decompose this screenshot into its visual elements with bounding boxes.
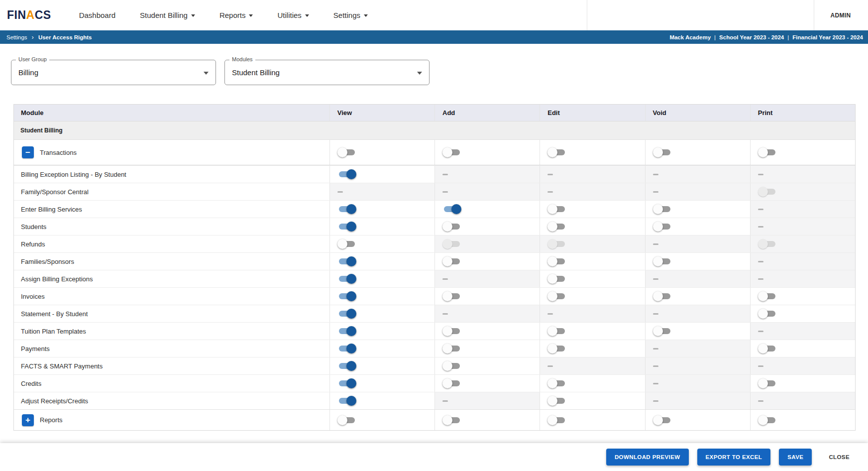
toggle-view-facts-smart-payments[interactable] xyxy=(337,361,356,371)
admin-user-menu[interactable]: ADMIN xyxy=(814,12,868,19)
logo-accent-letter: A xyxy=(26,8,35,21)
toggle-add-tuition-plan-templates[interactable] xyxy=(442,326,461,337)
toggle-view-adjust-receipts-credits[interactable] xyxy=(337,396,356,406)
cell-add xyxy=(434,340,540,357)
topbar-divider xyxy=(587,0,587,30)
toggle-view-billing-exception-listing-by-student[interactable] xyxy=(337,169,356,180)
disabled-dash xyxy=(758,261,763,262)
cell-add xyxy=(434,375,540,392)
toggle-print-reports[interactable] xyxy=(758,415,777,425)
disabled-dash xyxy=(442,174,448,175)
toggle-view-tuition-plan-templates[interactable] xyxy=(337,326,356,337)
toggle-add-transactions[interactable] xyxy=(442,147,461,158)
cell-view xyxy=(329,253,434,270)
breadcrumb-separator-icon: › xyxy=(32,33,34,41)
toggle-edit-tuition-plan-templates[interactable] xyxy=(547,326,566,337)
toggle-view-reports[interactable] xyxy=(337,415,356,425)
nav-item-settings[interactable]: Settings xyxy=(333,11,368,19)
cell-print xyxy=(750,340,855,357)
toggle-view-assign-billing-exceptions[interactable] xyxy=(337,274,356,284)
toggle-print-family-sponsor-central[interactable] xyxy=(758,187,777,197)
toggle-view-credits[interactable] xyxy=(337,378,356,389)
collapse-button[interactable]: − xyxy=(22,146,34,158)
toggle-thumb xyxy=(346,274,356,284)
disabled-dash xyxy=(758,174,763,175)
toggle-print-refunds[interactable] xyxy=(758,239,777,249)
toggle-edit-credits[interactable] xyxy=(547,378,566,389)
cell-view xyxy=(329,305,434,322)
toggle-print-invoices[interactable] xyxy=(758,291,777,302)
toggle-void-transactions[interactable] xyxy=(653,147,672,158)
toggle-edit-adjust-receipts-credits[interactable] xyxy=(547,396,566,406)
toggle-thumb xyxy=(346,309,356,319)
toggle-edit-payments[interactable] xyxy=(547,344,566,354)
toggle-add-families-sponsors[interactable] xyxy=(442,256,461,267)
toggle-print-credits[interactable] xyxy=(758,378,777,389)
toggle-thumb xyxy=(346,204,356,214)
toggle-edit-invoices[interactable] xyxy=(547,291,566,302)
toggle-thumb xyxy=(547,396,557,406)
toggle-void-invoices[interactable] xyxy=(653,291,672,302)
cell-void xyxy=(645,323,750,340)
breadcrumb-item-settings[interactable]: Settings xyxy=(6,34,27,40)
toggle-void-reports[interactable] xyxy=(653,415,672,425)
toggle-view-families-sponsors[interactable] xyxy=(337,256,356,267)
toggle-print-payments[interactable] xyxy=(758,344,777,354)
toggle-void-tuition-plan-templates[interactable] xyxy=(653,326,672,337)
cell-view xyxy=(329,323,434,340)
toggle-print-transactions[interactable] xyxy=(758,147,777,158)
toggle-view-enter-billing-services[interactable] xyxy=(337,204,356,215)
toggle-add-payments[interactable] xyxy=(442,344,461,354)
toggle-edit-enter-billing-services[interactable] xyxy=(547,204,566,215)
cell-add xyxy=(434,410,540,430)
toggle-print-statement-by-student[interactable] xyxy=(758,309,777,319)
permission-row-credits: Credits xyxy=(14,374,855,392)
school-year-context: Mack Academy|School Year 2023 - 2024|Fin… xyxy=(669,34,863,40)
toggle-view-transactions[interactable] xyxy=(337,147,356,158)
toggle-edit-students[interactable] xyxy=(547,222,566,232)
toggle-void-students[interactable] xyxy=(653,222,672,232)
nav-item-utilities[interactable]: Utilities xyxy=(277,11,309,19)
toggle-add-enter-billing-services[interactable] xyxy=(442,204,461,215)
disabled-dash xyxy=(653,365,658,367)
toggle-view-students[interactable] xyxy=(337,222,356,232)
permission-row-students: Students xyxy=(14,218,855,235)
toggle-view-refunds[interactable] xyxy=(337,239,356,249)
toggle-edit-transactions[interactable] xyxy=(547,147,566,158)
toggle-edit-refunds[interactable] xyxy=(547,239,566,249)
toggle-view-invoices[interactable] xyxy=(337,291,356,302)
modules-select[interactable]: Modules Student Billing xyxy=(224,60,430,85)
toggle-add-invoices[interactable] xyxy=(442,291,461,302)
toggle-thumb xyxy=(758,415,768,425)
nav-item-reports[interactable]: Reports xyxy=(219,11,253,19)
save-button[interactable]: SAVE xyxy=(779,449,812,466)
toggle-add-facts-smart-payments[interactable] xyxy=(442,361,461,371)
toggle-edit-assign-billing-exceptions[interactable] xyxy=(547,274,566,284)
toggle-thumb xyxy=(442,147,452,157)
toggle-void-families-sponsors[interactable] xyxy=(653,256,672,267)
section-row-transactions: −Transactions xyxy=(14,139,855,165)
toggle-add-reports[interactable] xyxy=(442,415,461,425)
toggle-add-credits[interactable] xyxy=(442,378,461,389)
toggle-view-statement-by-student[interactable] xyxy=(337,309,356,319)
user-group-select[interactable]: User Group Billing xyxy=(11,60,216,85)
toggle-edit-families-sponsors[interactable] xyxy=(547,256,566,267)
nav-item-dashboard[interactable]: Dashboard xyxy=(79,11,115,19)
toggle-void-enter-billing-services[interactable] xyxy=(653,204,672,215)
disabled-dash xyxy=(547,174,553,175)
permission-name: Enter Billing Services xyxy=(14,201,329,218)
nav-item-student-billing[interactable]: Student Billing xyxy=(140,11,195,19)
toggle-thumb xyxy=(346,378,356,388)
toggle-thumb xyxy=(346,326,356,336)
expand-button[interactable]: + xyxy=(22,414,34,426)
toggle-add-students[interactable] xyxy=(442,222,461,232)
toggle-thumb xyxy=(547,222,557,232)
close-button[interactable]: CLOSE xyxy=(820,449,858,466)
toggle-edit-reports[interactable] xyxy=(547,415,566,425)
toggle-thumb xyxy=(758,344,768,353)
toggle-view-payments[interactable] xyxy=(337,344,356,354)
export-to-excel-button[interactable]: EXPORT TO EXCEL xyxy=(697,449,771,466)
download-preview-button[interactable]: DOWNLOAD PREVIEW xyxy=(606,449,689,466)
toggle-thumb xyxy=(337,415,347,425)
toggle-add-refunds[interactable] xyxy=(442,239,461,249)
